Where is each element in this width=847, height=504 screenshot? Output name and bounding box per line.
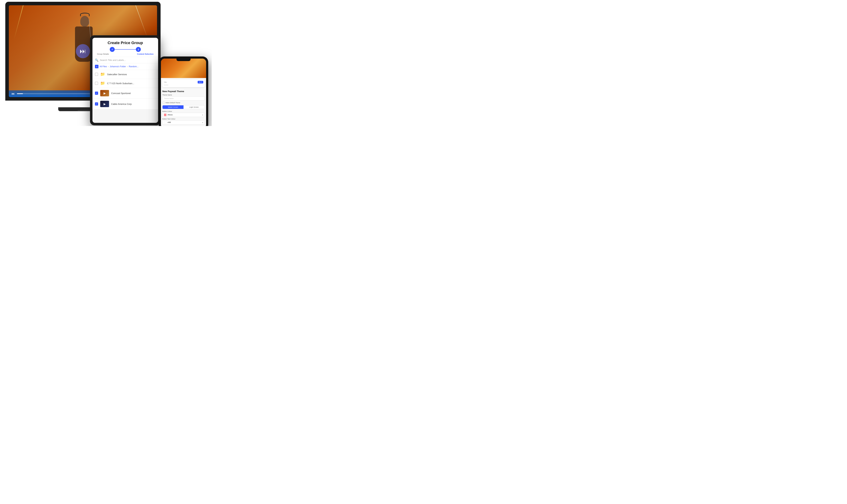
breadcrumb-part3[interactable]: Random... <box>129 65 139 68</box>
play-skip-button[interactable] <box>76 44 90 58</box>
phone-notch <box>177 59 191 61</box>
file-name-3: Comcast Sportsnet <box>111 92 156 95</box>
phone-paywall-card: Title BUY Subtitle <box>162 79 205 87</box>
button-colour-picker[interactable]: #ff8990 ▾ <box>162 113 205 117</box>
video-thumb-3: ▶ <box>100 90 109 96</box>
scene: ⏭ 0:15 🔊 ⏪ Create Price Group <box>0 0 212 126</box>
breadcrumb-sep2: › <box>127 65 128 68</box>
create-price-group-title: Create Price Group <box>95 41 155 45</box>
thumb-play-4: ▶ <box>100 101 109 107</box>
phone-card-row: Title BUY <box>164 81 203 84</box>
search-bar: 🔍 Search Title and Labels... <box>92 57 158 64</box>
file-checkbox-1[interactable] <box>95 73 98 76</box>
phone: Title BUY Subtitle New Paywall Theme The… <box>159 56 208 126</box>
progress-fill <box>17 93 23 94</box>
file-checkbox-4[interactable]: ✓ <box>95 102 98 106</box>
video-thumb-4: ▶ <box>100 101 109 107</box>
default-theme-checkbox[interactable] <box>162 102 164 104</box>
default-theme-label: Make Default Theme <box>165 102 180 104</box>
file-row: 📁 C T V15 North Suburban... <box>92 79 158 88</box>
button-text-picker[interactable]: #ffffff ▾ <box>162 120 205 125</box>
step-2-label: Content Selection <box>137 53 154 55</box>
phone-screen: Title BUY Subtitle New Paywall Theme The… <box>161 59 206 126</box>
buy-button[interactable]: BUY <box>198 81 203 84</box>
file-row: 📁 Salecafter Services <box>92 70 158 79</box>
chevron-down-icon-2: ▾ <box>202 122 203 124</box>
breadcrumb-sep1: › <box>108 65 109 68</box>
theme-name-input[interactable]: Theme Name <box>162 96 205 101</box>
button-text-label: Button Text Colour <box>162 118 205 120</box>
folder-icon: ≡ <box>95 65 98 68</box>
stepper: ✓ 2 <box>95 47 155 52</box>
phone-video-header <box>161 59 206 78</box>
file-name-1: Salecafter Services <box>107 73 156 76</box>
file-row: ✓ ▶ Cable America Corp <box>92 98 158 109</box>
color-swatch-text <box>164 121 166 124</box>
paywall-card-subtitle: Subtitle <box>164 84 203 86</box>
button-colour-label: Button Colour <box>162 110 205 112</box>
button-colour-value: #ff8990 <box>167 114 173 116</box>
file-name-2: C T V15 North Suburban... <box>107 82 156 85</box>
search-input[interactable]: Search Title and Labels... <box>100 59 156 61</box>
file-checkbox-2[interactable] <box>95 82 98 85</box>
tab-login-screen[interactable]: Login Screen <box>183 105 204 109</box>
file-name-4: Cable America Corp <box>111 103 156 105</box>
button-text-value: #ffffff <box>167 122 171 123</box>
color-swatch-button <box>164 114 166 116</box>
theme-name-label: Theme Name <box>162 94 205 96</box>
phone-form: New Paywall Theme Theme Name Theme Name … <box>161 89 206 126</box>
file-checkbox-3[interactable]: ✓ <box>95 92 98 95</box>
theme-name-placeholder: Theme Name <box>164 97 174 100</box>
paywall-card-title: Title <box>164 82 167 83</box>
step-2-circle: 2 <box>136 47 141 52</box>
phone-video-gradient <box>161 59 206 78</box>
play-button[interactable]: ⏭ <box>12 92 15 96</box>
step-1-circle: ✓ <box>110 47 115 52</box>
step-connector <box>115 49 136 50</box>
tablet-screen: Create Price Group ✓ 2 Group Details Con… <box>92 38 158 123</box>
screen-tabs: Splash Screen Login Screen <box>162 105 205 109</box>
chevron-down-icon: ▾ <box>202 114 203 116</box>
folder-icon-1: 📁 <box>100 72 105 77</box>
file-list: 📁 Salecafter Services 📁 C T V15 North Su… <box>92 70 158 109</box>
default-theme-row: Make Default Theme <box>162 102 205 104</box>
breadcrumb-part2[interactable]: Johanna's Folder <box>110 65 126 68</box>
tablet-header: Create Price Group ✓ 2 Group Details Con… <box>92 38 158 57</box>
step-1-label: Group Details <box>97 53 109 55</box>
breadcrumb-part1[interactable]: All Files <box>100 65 107 68</box>
file-row: ✓ ▶ Comcast Sportsnet <box>92 88 158 98</box>
tab-splash-screen[interactable]: Splash Screen <box>163 105 183 109</box>
color-row-text: #ffffff <box>164 121 171 124</box>
search-icon: 🔍 <box>95 58 98 62</box>
breadcrumb-bar: ≡ All Files › Johanna's Folder › Random.… <box>92 64 158 70</box>
folder-icon-2: 📁 <box>100 81 105 86</box>
step-labels: Group Details Content Selection <box>95 53 155 55</box>
tablet: Create Price Group ✓ 2 Group Details Con… <box>90 35 161 125</box>
thumb-play-3: ▶ <box>100 90 109 96</box>
form-section-title: New Paywall Theme <box>162 90 205 93</box>
color-row: #ff8990 <box>164 114 173 116</box>
